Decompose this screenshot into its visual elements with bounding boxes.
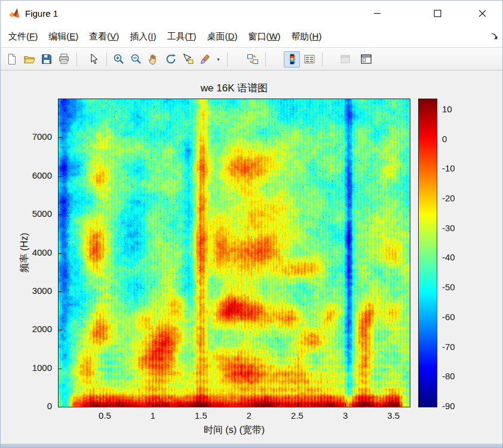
dock-figure-icon[interactable]	[490, 32, 499, 41]
figure-area: we 16K 语谱图 频率 (Hz) 时间 (s) (宽带) 0.511.522…	[1, 70, 502, 445]
close-button[interactable]	[469, 1, 495, 26]
x-tick-mark	[249, 403, 250, 407]
x-tick-label: 0.5	[87, 410, 122, 421]
x-tick-label: 3.5	[376, 410, 412, 421]
colorbar-gradient	[419, 99, 437, 407]
link-plot-icon	[247, 53, 259, 65]
colorbar-icon	[286, 53, 298, 65]
cursor-icon	[88, 53, 100, 65]
colorbar-tick-label: -20	[442, 193, 471, 203]
y-tick-label: 5000	[14, 208, 52, 219]
edit-plot-button[interactable]	[85, 51, 102, 67]
y-tick-mark	[59, 291, 62, 292]
x-tick-mark	[394, 403, 394, 407]
print-icon	[58, 53, 70, 65]
zoom-in-button[interactable]	[111, 51, 127, 67]
y-tick-mark	[59, 369, 62, 369]
plot-box	[59, 99, 410, 407]
menu-window[interactable]: 窗口(W)	[243, 31, 286, 42]
y-tick-label: 4000	[14, 247, 52, 257]
new-doc-icon	[6, 53, 18, 65]
close-icon	[479, 10, 486, 17]
spectrogram-image[interactable]	[59, 99, 410, 407]
y-tick-mark	[59, 137, 62, 138]
toolbar-separator	[106, 53, 107, 66]
x-tick-mark	[153, 403, 154, 407]
brush-data-dropdown-button[interactable]: ▾	[214, 51, 222, 67]
y-tick-label: 6000	[14, 170, 52, 180]
brush-data-button[interactable]	[197, 51, 213, 67]
x-tick-label: 1.5	[183, 410, 219, 421]
hand-icon	[148, 53, 160, 65]
insert-legend-button[interactable]	[301, 51, 317, 67]
maximize-icon	[434, 10, 441, 17]
print-figure-button[interactable]	[56, 51, 72, 67]
menu-file[interactable]: 文件(F)	[3, 31, 43, 42]
open-file-button[interactable]	[21, 51, 37, 67]
y-tick-label: 7000	[14, 131, 52, 142]
pan-button[interactable]	[145, 51, 161, 67]
y-tick-label: 3000	[14, 286, 52, 296]
matlab-icon	[8, 8, 20, 19]
zoom-out-icon	[130, 53, 142, 65]
x-axis-label: 时间 (s) (宽带)	[59, 424, 410, 437]
hide-plot-tools-button	[337, 51, 353, 67]
menu-tools[interactable]: 工具(T)	[161, 31, 201, 42]
x-tick-label: 2	[231, 410, 267, 421]
colorbar	[419, 99, 437, 407]
y-tick-mark	[59, 330, 62, 330]
show-plot-tools-icon	[360, 53, 372, 65]
x-tick-label: 1	[135, 410, 171, 421]
save-figure-button[interactable]	[38, 51, 54, 67]
zoom-out-button[interactable]	[128, 51, 144, 67]
colorbar-tick-label: 0	[442, 134, 471, 144]
matlab-figure-window: Figure 1 文件(F)编辑(E)查看(V)插入(I)工具(T)桌面(D)窗…	[0, 0, 503, 448]
save-icon	[41, 53, 53, 65]
colorbar-tick-label: -30	[442, 223, 471, 233]
menu-insert[interactable]: 插入(I)	[124, 31, 161, 42]
menubar: 文件(F)编辑(E)查看(V)插入(I)工具(T)桌面(D)窗口(W)帮助(H)	[1, 26, 502, 48]
colorbar-tick-label: -90	[442, 401, 471, 411]
colorbar-tick-label: -40	[442, 252, 471, 262]
minimize-button[interactable]	[364, 1, 390, 26]
window-title: Figure 1	[25, 8, 58, 19]
x-tick-mark	[297, 403, 298, 407]
y-tick-mark	[59, 253, 62, 254]
menu-edit[interactable]: 编辑(E)	[43, 31, 84, 42]
toolbar-separator	[322, 53, 323, 66]
colorbar-tick-label: 10	[442, 104, 471, 114]
window-border	[1, 444, 502, 447]
y-tick-mark	[59, 407, 62, 407]
x-tick-label: 3	[327, 410, 363, 421]
plot-title: we 16K 语谱图	[59, 81, 410, 95]
x-tick-label: 2.5	[280, 410, 315, 421]
toolbar: ▾	[1, 48, 502, 70]
y-tick-label: 0	[14, 401, 52, 411]
insert-colorbar-button[interactable]	[284, 51, 300, 67]
rotate-icon	[165, 53, 177, 65]
new-figure-button[interactable]	[4, 51, 20, 67]
rotate-3d-button[interactable]	[162, 51, 179, 67]
toolbar-separator	[227, 53, 228, 66]
legend-icon	[303, 53, 315, 65]
colorbar-tick-label: -70	[442, 342, 471, 352]
titlebar[interactable]: Figure 1	[1, 1, 502, 26]
maximize-button[interactable]	[424, 1, 450, 26]
minimize-icon	[373, 10, 381, 17]
hide-plot-tools-icon	[339, 53, 351, 65]
y-tick-mark	[59, 176, 62, 177]
y-tick-label: 2000	[14, 324, 52, 334]
colorbar-tick-label: -10	[442, 163, 471, 173]
menu-desktop[interactable]: 桌面(D)	[202, 31, 243, 42]
y-tick-label: 1000	[14, 363, 52, 373]
y-tick-mark	[59, 214, 62, 215]
show-plot-tools-button[interactable]	[358, 51, 374, 67]
data-cursor-button[interactable]	[180, 51, 196, 67]
open-folder-icon	[23, 53, 35, 65]
toolbar-separator	[265, 53, 266, 66]
link-plot-button[interactable]	[244, 51, 260, 67]
menu-help[interactable]: 帮助(H)	[286, 31, 327, 42]
menu-view[interactable]: 查看(V)	[84, 31, 124, 42]
brush-icon	[200, 53, 211, 65]
toolbar-separator	[76, 53, 77, 66]
